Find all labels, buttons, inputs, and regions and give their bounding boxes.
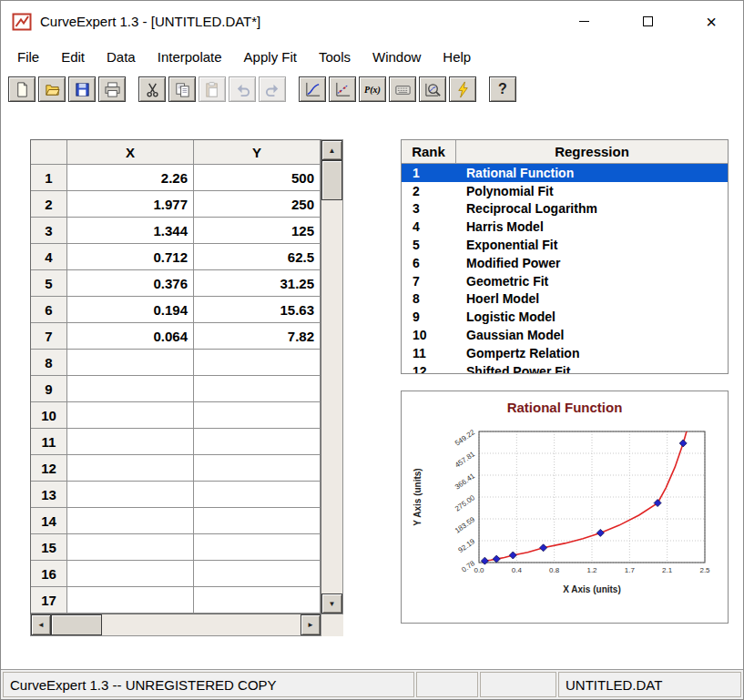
row-header[interactable]: 13 — [31, 482, 67, 508]
cell-y[interactable]: 125 — [194, 218, 321, 244]
scroll-left-button[interactable]: ◄ — [31, 614, 51, 635]
rank-row[interactable]: 5Exponential Fit — [402, 236, 728, 254]
cell-y[interactable] — [194, 482, 321, 508]
scroll-right-button[interactable]: ► — [301, 614, 321, 635]
paste-button[interactable] — [199, 76, 226, 102]
cell-x[interactable] — [67, 587, 194, 614]
row-header[interactable]: 6 — [31, 297, 67, 323]
curve-finder-button[interactable] — [419, 76, 446, 102]
cell-x[interactable]: 1.344 — [67, 218, 194, 244]
cell-y[interactable]: 31.25 — [194, 270, 321, 297]
menu-item-window[interactable]: Window — [362, 45, 432, 69]
cell-x[interactable] — [67, 534, 194, 561]
rank-row[interactable]: 7Geometric Fit — [402, 272, 728, 290]
rank-row[interactable]: 10Gaussian Model — [402, 326, 728, 344]
cell-x[interactable]: 0.194 — [67, 297, 194, 323]
row-header[interactable]: 3 — [31, 218, 67, 244]
rank-row[interactable]: 6Modified Power — [402, 254, 728, 272]
chart-panel[interactable]: Rational Function 0.00.40.81.21.72.12.50… — [401, 391, 729, 624]
column-header-y[interactable]: Y — [194, 140, 321, 165]
cell-x[interactable]: 1.977 — [67, 191, 194, 218]
open-button[interactable] — [38, 76, 66, 102]
column-header-x[interactable]: X — [67, 140, 194, 165]
cell-y[interactable] — [194, 508, 321, 534]
redo-button[interactable] — [259, 76, 286, 102]
grid-vertical-scrollbar[interactable]: ▲ ▼ — [321, 139, 343, 614]
row-header[interactable]: 9 — [31, 376, 67, 402]
menu-item-tools[interactable]: Tools — [308, 45, 362, 69]
cell-x[interactable] — [67, 429, 194, 455]
undo-button[interactable] — [229, 76, 256, 102]
row-header[interactable]: 5 — [31, 270, 67, 297]
menu-item-file[interactable]: File — [6, 45, 50, 69]
polynomial-button[interactable]: P(x) — [359, 76, 386, 102]
cut-button[interactable] — [138, 76, 166, 102]
rank-row[interactable]: 4Harris Model — [402, 218, 728, 236]
row-header[interactable]: 11 — [31, 429, 67, 455]
compare-fits-button[interactable] — [329, 76, 356, 102]
menu-item-interpolate[interactable]: Interpolate — [147, 45, 233, 69]
calculate-button[interactable] — [449, 76, 476, 102]
cell-y[interactable]: 62.5 — [194, 244, 321, 270]
vscroll-thumb[interactable] — [321, 160, 342, 200]
cell-y[interactable] — [194, 455, 321, 482]
new-button[interactable] — [8, 76, 36, 102]
cell-x[interactable] — [67, 376, 194, 402]
row-header[interactable]: 15 — [31, 534, 67, 561]
cell-x[interactable]: 0.712 — [67, 244, 194, 270]
rank-row[interactable]: 1Rational Function — [402, 164, 728, 182]
cell-x[interactable] — [67, 561, 194, 587]
rank-row[interactable]: 2Polynomial Fit — [402, 182, 728, 200]
cell-y[interactable] — [194, 534, 321, 561]
cell-x[interactable] — [67, 350, 194, 376]
print-button[interactable] — [98, 76, 126, 102]
rank-row[interactable]: 9Logistic Model — [402, 308, 728, 326]
row-header[interactable]: 12 — [31, 455, 67, 482]
cell-y[interactable]: 250 — [194, 191, 321, 218]
row-header[interactable]: 10 — [31, 402, 67, 429]
graph-button[interactable] — [299, 76, 326, 102]
cell-y[interactable] — [194, 429, 321, 455]
rank-row[interactable]: 8Hoerl Model — [402, 290, 728, 309]
row-header[interactable]: 16 — [31, 561, 67, 587]
rank-row[interactable]: 12Shifted Power Fit — [402, 362, 728, 374]
minimize-button[interactable] — [552, 1, 616, 42]
keyboard-button[interactable] — [389, 76, 416, 102]
row-header[interactable]: 17 — [31, 587, 67, 614]
vscroll-track[interactable] — [321, 200, 342, 593]
scroll-up-button[interactable]: ▲ — [321, 140, 342, 160]
cell-y[interactable] — [194, 376, 321, 402]
row-header[interactable]: 1 — [31, 165, 67, 191]
save-button[interactable] — [68, 76, 96, 102]
maximize-button[interactable] — [616, 1, 679, 42]
cell-x[interactable]: 2.26 — [67, 165, 194, 191]
cell-x[interactable]: 0.376 — [67, 270, 194, 297]
row-header[interactable]: 4 — [31, 244, 67, 270]
row-header[interactable]: 7 — [31, 323, 67, 350]
cell-y[interactable]: 7.82 — [194, 323, 321, 350]
row-header[interactable]: 2 — [31, 191, 67, 218]
menu-item-help[interactable]: Help — [432, 45, 482, 69]
cell-y[interactable] — [194, 587, 321, 614]
menu-item-data[interactable]: Data — [96, 45, 147, 69]
cell-x[interactable] — [67, 482, 194, 508]
cell-y[interactable] — [194, 561, 321, 587]
cell-y[interactable] — [194, 350, 321, 376]
copy-button[interactable] — [168, 76, 196, 102]
cell-y[interactable]: 500 — [194, 165, 321, 191]
cell-y[interactable]: 15.63 — [194, 297, 321, 323]
grid-corner-cell[interactable] — [31, 140, 67, 165]
hscroll-track[interactable] — [102, 614, 301, 635]
hscroll-thumb[interactable] — [51, 614, 102, 635]
cell-x[interactable] — [67, 402, 194, 429]
rank-row[interactable]: 11Gompertz Relation — [402, 344, 728, 362]
menu-item-apply-fit[interactable]: Apply Fit — [233, 45, 308, 69]
help-button[interactable]: ? — [489, 76, 516, 102]
grid-horizontal-scrollbar[interactable]: ◄ ► — [30, 614, 321, 636]
cell-x[interactable] — [67, 455, 194, 482]
close-button[interactable]: × — [679, 1, 743, 42]
cell-x[interactable] — [67, 508, 194, 534]
row-header[interactable]: 8 — [31, 350, 67, 376]
scroll-down-button[interactable]: ▼ — [321, 593, 342, 614]
row-header[interactable]: 14 — [31, 508, 67, 534]
